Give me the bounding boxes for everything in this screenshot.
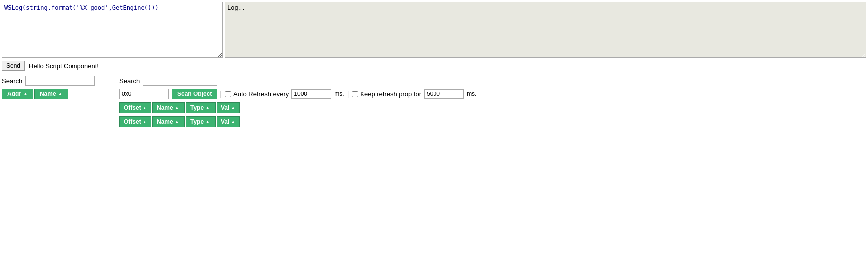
- right-search-input[interactable]: [143, 76, 217, 86]
- table1-header-row: Offset Name Type Val: [119, 102, 476, 113]
- table1: Offset Name Type Val: [119, 102, 476, 113]
- object-controls: Scan Object | Auto Refresh every ms. | K…: [119, 89, 476, 99]
- table2-col-offset[interactable]: Offset: [119, 116, 151, 127]
- table1-col-name[interactable]: Name: [152, 102, 185, 113]
- left-search-label: Search: [2, 77, 22, 85]
- address-input[interactable]: [119, 89, 169, 99]
- bottom-section: Search Addr Name Search Scan Object | Au…: [2, 76, 866, 127]
- auto-refresh-label: Auto Refresh every: [225, 91, 289, 98]
- keep-refresh-input[interactable]: [424, 89, 464, 99]
- send-button[interactable]: Send: [2, 61, 25, 71]
- left-search-input[interactable]: [25, 76, 95, 86]
- table2-col-val[interactable]: Val: [217, 116, 240, 127]
- table2-col-type[interactable]: Type: [186, 116, 216, 127]
- send-row: Send Hello Script Component!: [2, 61, 866, 71]
- auto-refresh-checkbox[interactable]: [225, 91, 231, 97]
- table1-col-type[interactable]: Type: [186, 102, 216, 113]
- right-search-row: Search: [119, 76, 476, 86]
- status-text: Hello Script Component!: [29, 62, 99, 70]
- auto-refresh-input[interactable]: [291, 89, 331, 99]
- separator: |: [220, 90, 222, 98]
- code-editor[interactable]: [2, 2, 223, 58]
- addr-button[interactable]: Addr: [2, 89, 33, 99]
- table2-header-row: Offset Name Type Val: [119, 116, 476, 127]
- addr-name-row: Addr Name: [2, 89, 111, 99]
- separator2: |: [347, 90, 349, 98]
- right-panel: Search Scan Object | Auto Refresh every …: [119, 76, 476, 127]
- left-search-row: Search: [2, 76, 111, 86]
- log-output[interactable]: [225, 2, 866, 58]
- auto-refresh-text: Auto Refresh every: [233, 91, 289, 98]
- keep-refresh-text: Keep refresh prop for: [360, 91, 421, 98]
- table1-col-offset[interactable]: Offset: [119, 102, 151, 113]
- keep-refresh-label: Keep refresh prop for: [352, 91, 421, 98]
- scan-object-button[interactable]: Scan Object: [172, 89, 217, 99]
- ms-label-1: ms.: [334, 91, 344, 97]
- ms-label-2: ms.: [467, 91, 476, 97]
- left-panel: Search Addr Name: [2, 76, 111, 127]
- table2: Offset Name Type Val: [119, 116, 476, 127]
- table2-col-name[interactable]: Name: [152, 116, 185, 127]
- table1-col-val[interactable]: Val: [217, 102, 240, 113]
- right-search-label: Search: [119, 77, 140, 85]
- name-button[interactable]: Name: [34, 89, 68, 99]
- top-section: [2, 2, 866, 58]
- keep-refresh-checkbox[interactable]: [352, 91, 358, 97]
